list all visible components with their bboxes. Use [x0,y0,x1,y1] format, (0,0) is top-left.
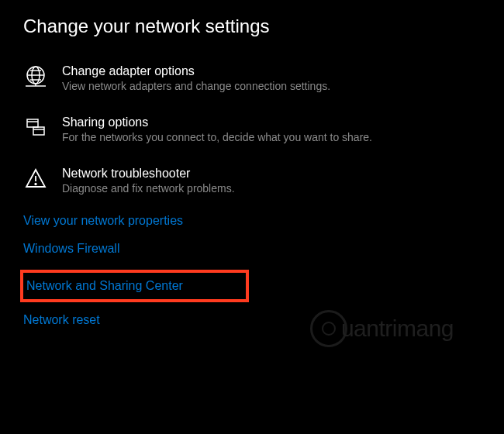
warning-triangle-icon [23,167,48,191]
network-troubleshooter-item[interactable]: Network troubleshooter Diagnose and fix … [23,167,481,195]
highlighted-box: Network and Sharing Center [20,270,249,302]
sharing-options-item[interactable]: Sharing options For the networks you con… [23,115,481,143]
section-title: Change your network settings [23,16,481,37]
sharing-icon [23,115,48,140]
svg-rect-8 [33,127,44,135]
view-network-properties-link[interactable]: View your network properties [23,214,183,228]
network-sharing-center-link[interactable]: Network and Sharing Center [26,279,183,293]
setting-label: Network troubleshooter [62,167,481,181]
change-adapter-options-item[interactable]: Change adapter options View network adap… [23,64,481,92]
setting-desc: View network adapters and change connect… [62,80,481,92]
svg-rect-7 [27,119,38,127]
setting-desc: For the networks you connect to, decide … [62,131,481,143]
setting-text: Change adapter options View network adap… [62,64,481,92]
setting-label: Change adapter options [62,64,481,78]
network-reset-link[interactable]: Network reset [23,313,100,327]
setting-text: Network troubleshooter Diagnose and fix … [62,167,481,195]
svg-point-12 [35,184,36,185]
setting-label: Sharing options [62,115,481,129]
globe-icon [23,64,48,89]
windows-firewall-link[interactable]: Windows Firewall [23,242,119,256]
setting-desc: Diagnose and fix network problems. [62,182,481,195]
setting-text: Sharing options For the networks you con… [62,115,481,143]
